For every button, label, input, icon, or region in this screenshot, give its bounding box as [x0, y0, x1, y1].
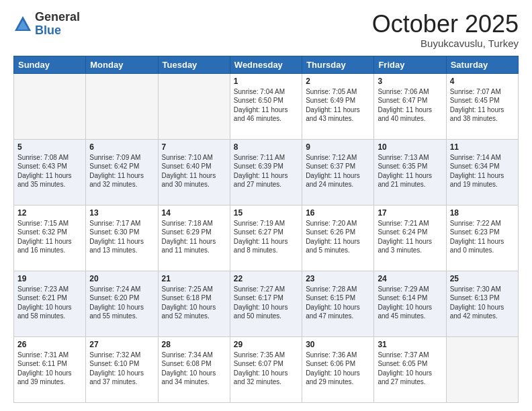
day-number: 25 [450, 274, 515, 283]
calendar-cell: 18Sunrise: 7:22 AM Sunset: 6:23 PM Dayli… [446, 205, 518, 271]
day-number: 18 [450, 208, 515, 218]
calendar-cell: 20Sunrise: 7:24 AM Sunset: 6:20 PM Dayli… [86, 271, 158, 336]
calendar-cell: 23Sunrise: 7:28 AM Sunset: 6:15 PM Dayli… [302, 271, 374, 336]
logo-blue-text: Blue [35, 24, 80, 38]
calendar-table: Sunday Monday Tuesday Wednesday Thursday… [13, 56, 519, 403]
day-info: Sunrise: 7:24 AM Sunset: 6:20 PM Dayligh… [89, 285, 154, 321]
day-number: 23 [306, 274, 370, 283]
col-sunday: Sunday [14, 56, 86, 73]
calendar-cell: 1Sunrise: 7:04 AM Sunset: 6:50 PM Daylig… [230, 73, 302, 139]
day-info: Sunrise: 7:21 AM Sunset: 6:24 PM Dayligh… [378, 219, 442, 255]
day-number: 4 [450, 77, 515, 86]
logo-icon [13, 15, 32, 34]
day-number: 7 [162, 142, 226, 152]
calendar-cell: 3Sunrise: 7:06 AM Sunset: 6:47 PM Daylig… [374, 73, 446, 139]
subtitle: Buyukcavuslu, Turkey [372, 38, 519, 49]
calendar-cell: 19Sunrise: 7:23 AM Sunset: 6:21 PM Dayli… [14, 271, 86, 336]
day-number: 27 [89, 340, 154, 349]
col-thursday: Thursday [302, 56, 374, 73]
calendar-cell: 31Sunrise: 7:37 AM Sunset: 6:05 PM Dayli… [374, 336, 446, 402]
calendar-cell: 14Sunrise: 7:18 AM Sunset: 6:29 PM Dayli… [158, 205, 230, 271]
day-number: 5 [17, 142, 82, 152]
day-info: Sunrise: 7:34 AM Sunset: 6:08 PM Dayligh… [162, 351, 226, 387]
logo-text: General Blue [35, 11, 80, 38]
day-info: Sunrise: 7:35 AM Sunset: 6:07 PM Dayligh… [234, 351, 298, 387]
day-number: 10 [378, 142, 442, 152]
calendar-cell [446, 336, 518, 402]
day-number: 30 [306, 340, 370, 349]
day-number: 11 [450, 142, 515, 152]
day-number: 12 [17, 208, 82, 218]
calendar-cell [14, 73, 86, 139]
calendar-cell: 2Sunrise: 7:05 AM Sunset: 6:49 PM Daylig… [302, 73, 374, 139]
calendar-cell [86, 73, 158, 139]
logo: General Blue [13, 11, 80, 38]
calendar-cell: 6Sunrise: 7:09 AM Sunset: 6:42 PM Daylig… [86, 139, 158, 205]
calendar-header-row: Sunday Monday Tuesday Wednesday Thursday… [14, 56, 519, 73]
day-info: Sunrise: 7:14 AM Sunset: 6:34 PM Dayligh… [450, 153, 515, 189]
day-number: 26 [17, 340, 82, 349]
day-info: Sunrise: 7:06 AM Sunset: 6:47 PM Dayligh… [378, 87, 442, 124]
col-tuesday: Tuesday [158, 56, 230, 73]
col-saturday: Saturday [446, 56, 518, 73]
day-number: 15 [234, 208, 298, 218]
day-info: Sunrise: 7:04 AM Sunset: 6:50 PM Dayligh… [234, 87, 298, 124]
logo-general-text: General [35, 11, 80, 24]
day-info: Sunrise: 7:25 AM Sunset: 6:18 PM Dayligh… [162, 285, 226, 321]
calendar-cell: 7Sunrise: 7:10 AM Sunset: 6:40 PM Daylig… [158, 139, 230, 205]
calendar-row: 12Sunrise: 7:15 AM Sunset: 6:32 PM Dayli… [14, 205, 519, 271]
day-info: Sunrise: 7:15 AM Sunset: 6:32 PM Dayligh… [17, 219, 82, 255]
day-number: 14 [162, 208, 226, 218]
calendar-row: 26Sunrise: 7:31 AM Sunset: 6:11 PM Dayli… [14, 336, 519, 402]
day-info: Sunrise: 7:36 AM Sunset: 6:06 PM Dayligh… [306, 351, 370, 387]
day-info: Sunrise: 7:11 AM Sunset: 6:39 PM Dayligh… [234, 153, 298, 189]
calendar-cell: 16Sunrise: 7:20 AM Sunset: 6:26 PM Dayli… [302, 205, 374, 271]
day-number: 21 [162, 274, 226, 283]
day-info: Sunrise: 7:08 AM Sunset: 6:43 PM Dayligh… [17, 153, 82, 189]
day-number: 13 [89, 208, 154, 218]
day-number: 22 [234, 274, 298, 283]
day-number: 3 [378, 77, 442, 86]
day-info: Sunrise: 7:23 AM Sunset: 6:21 PM Dayligh… [17, 285, 82, 321]
calendar-row: 19Sunrise: 7:23 AM Sunset: 6:21 PM Dayli… [14, 271, 519, 336]
day-info: Sunrise: 7:20 AM Sunset: 6:26 PM Dayligh… [306, 219, 370, 255]
day-info: Sunrise: 7:18 AM Sunset: 6:29 PM Dayligh… [162, 219, 226, 255]
day-number: 6 [89, 142, 154, 152]
calendar-cell: 4Sunrise: 7:07 AM Sunset: 6:45 PM Daylig… [446, 73, 518, 139]
col-monday: Monday [86, 56, 158, 73]
day-info: Sunrise: 7:28 AM Sunset: 6:15 PM Dayligh… [306, 285, 370, 321]
day-info: Sunrise: 7:27 AM Sunset: 6:17 PM Dayligh… [234, 285, 298, 321]
day-info: Sunrise: 7:32 AM Sunset: 6:10 PM Dayligh… [89, 351, 154, 387]
page: General Blue October 2025 Buyukcavuslu, … [0, 0, 532, 411]
calendar-row: 5Sunrise: 7:08 AM Sunset: 6:43 PM Daylig… [14, 139, 519, 205]
day-info: Sunrise: 7:17 AM Sunset: 6:30 PM Dayligh… [89, 219, 154, 255]
day-number: 20 [89, 274, 154, 283]
calendar-cell: 29Sunrise: 7:35 AM Sunset: 6:07 PM Dayli… [230, 336, 302, 402]
calendar-cell: 15Sunrise: 7:19 AM Sunset: 6:27 PM Dayli… [230, 205, 302, 271]
main-title: October 2025 [372, 11, 519, 38]
day-number: 29 [234, 340, 298, 349]
day-info: Sunrise: 7:09 AM Sunset: 6:42 PM Dayligh… [89, 153, 154, 189]
day-info: Sunrise: 7:30 AM Sunset: 6:13 PM Dayligh… [450, 285, 515, 321]
day-number: 1 [234, 77, 298, 86]
day-number: 9 [306, 142, 370, 152]
day-info: Sunrise: 7:22 AM Sunset: 6:23 PM Dayligh… [450, 219, 515, 255]
calendar-cell: 21Sunrise: 7:25 AM Sunset: 6:18 PM Dayli… [158, 271, 230, 336]
calendar-cell: 8Sunrise: 7:11 AM Sunset: 6:39 PM Daylig… [230, 139, 302, 205]
day-number: 19 [17, 274, 82, 283]
calendar-cell: 24Sunrise: 7:29 AM Sunset: 6:14 PM Dayli… [374, 271, 446, 336]
day-number: 17 [378, 208, 442, 218]
day-number: 28 [162, 340, 226, 349]
calendar-cell: 27Sunrise: 7:32 AM Sunset: 6:10 PM Dayli… [86, 336, 158, 402]
calendar-cell: 12Sunrise: 7:15 AM Sunset: 6:32 PM Dayli… [14, 205, 86, 271]
calendar-row: 1Sunrise: 7:04 AM Sunset: 6:50 PM Daylig… [14, 73, 519, 139]
day-info: Sunrise: 7:12 AM Sunset: 6:37 PM Dayligh… [306, 153, 370, 189]
title-block: October 2025 Buyukcavuslu, Turkey [372, 11, 519, 49]
day-info: Sunrise: 7:10 AM Sunset: 6:40 PM Dayligh… [162, 153, 226, 189]
day-info: Sunrise: 7:19 AM Sunset: 6:27 PM Dayligh… [234, 219, 298, 255]
calendar-cell: 5Sunrise: 7:08 AM Sunset: 6:43 PM Daylig… [14, 139, 86, 205]
calendar-cell: 28Sunrise: 7:34 AM Sunset: 6:08 PM Dayli… [158, 336, 230, 402]
calendar-cell: 25Sunrise: 7:30 AM Sunset: 6:13 PM Dayli… [446, 271, 518, 336]
calendar-cell: 11Sunrise: 7:14 AM Sunset: 6:34 PM Dayli… [446, 139, 518, 205]
day-info: Sunrise: 7:29 AM Sunset: 6:14 PM Dayligh… [378, 285, 442, 321]
